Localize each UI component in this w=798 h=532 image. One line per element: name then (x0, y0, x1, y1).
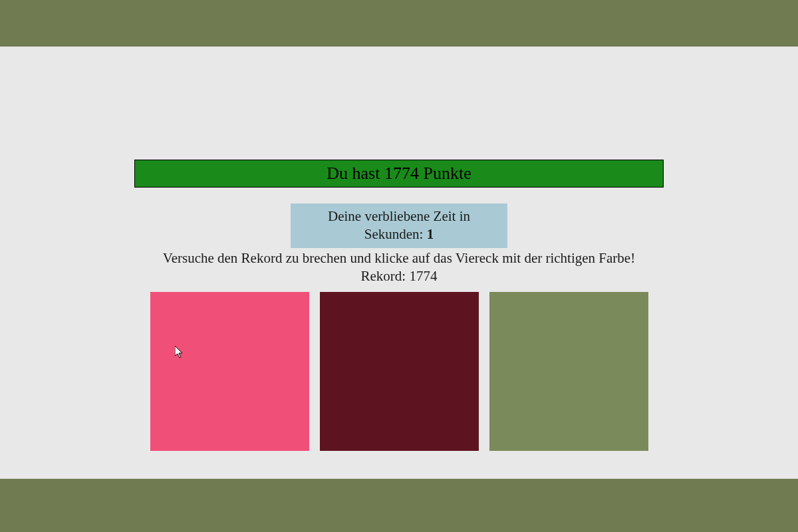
color-square-3[interactable] (489, 292, 648, 451)
instructions-text: Versuche den Rekord zu brechen und klick… (163, 249, 635, 267)
timer-box: Deine verbliebene Zeit in Sekunden: 1 (291, 203, 507, 248)
squares-container (150, 292, 648, 451)
score-text: Du hast 1774 Punkte (327, 164, 471, 183)
timer-line1: Deine verbliebene Zeit in (328, 208, 470, 224)
timer-prefix: Sekunden: (364, 226, 427, 242)
window-top-bar (0, 0, 798, 47)
record-label: Rekord: (361, 268, 410, 284)
score-banner: Du hast 1774 Punkte (134, 160, 664, 188)
record-value: 1774 (409, 268, 437, 284)
color-square-1[interactable] (150, 292, 309, 451)
timer-line2: Sekunden: 1 (297, 225, 501, 243)
window-bottom-bar (0, 479, 798, 532)
color-square-2[interactable] (320, 292, 479, 451)
timer-value: 1 (427, 226, 434, 242)
game-content: Du hast 1774 Punkte Deine verbliebene Ze… (0, 47, 798, 451)
record-line: Rekord: 1774 (361, 267, 438, 285)
